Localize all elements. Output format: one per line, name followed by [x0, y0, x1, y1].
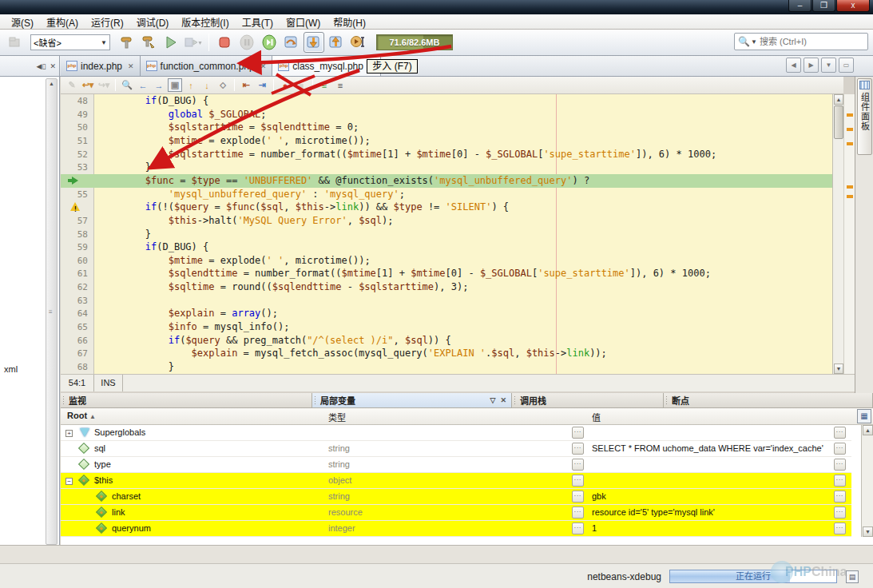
- menu-item-6[interactable]: 窗口(W): [280, 14, 327, 30]
- scroll-tabs-left-icon[interactable]: ◀: [786, 58, 801, 73]
- code-line-55[interactable]: 55 'mysql_unbuffered_query' : 'mysql_que…: [61, 188, 832, 201]
- search-input[interactable]: [760, 37, 873, 46]
- step-into-icon[interactable]: [304, 32, 324, 53]
- edit-value-button[interactable]: ...: [572, 522, 584, 534]
- scroll-down-icon[interactable]: ▼: [863, 526, 873, 537]
- code-line-49[interactable]: 49 global $_SGLOBAL;: [61, 108, 832, 121]
- panel-header-断点[interactable]: 断点: [664, 393, 873, 408]
- variable-row-sql[interactable]: sqlstring...SELECT * FROM uchome_data WH…: [61, 441, 851, 457]
- menu-item-1[interactable]: 重构(A): [40, 14, 85, 30]
- menu-item-7[interactable]: 帮助(H): [327, 14, 372, 30]
- edit-value-button[interactable]: ...: [572, 427, 584, 439]
- insert-mode-indicator[interactable]: INS: [94, 375, 123, 391]
- panel-header-局部变量[interactable]: 局部变量▽✕: [312, 393, 512, 408]
- run-project-icon[interactable]: [161, 32, 181, 53]
- column-type[interactable]: 类型: [328, 411, 346, 423]
- code-line-52[interactable]: 52 $sqlstarttime = number_format(($mtime…: [61, 148, 832, 161]
- shift-left-icon[interactable]: ⇤: [239, 78, 253, 92]
- step-out-icon[interactable]: [326, 32, 347, 53]
- comment-icon[interactable]: ≡: [317, 78, 331, 92]
- open-value-button[interactable]: ...: [834, 475, 846, 487]
- splitter-grip[interactable]: ≡: [49, 311, 53, 313]
- filter-icon[interactable]: ▽: [490, 396, 496, 404]
- next-occurrence-icon[interactable]: ↓: [200, 78, 214, 92]
- panel-header-调用栈[interactable]: 调用栈: [512, 393, 664, 408]
- pause-icon[interactable]: [236, 32, 257, 53]
- search-box[interactable]: 🔍▼: [734, 33, 868, 50]
- code-line-65[interactable]: 65 $info = mysql_info();: [61, 320, 832, 334]
- warning-mark[interactable]: [847, 113, 853, 117]
- menu-item-4[interactable]: 版本控制(I): [175, 14, 235, 30]
- menu-item-0[interactable]: 源(S): [5, 14, 40, 30]
- continue-icon[interactable]: [259, 32, 280, 53]
- code-line-63[interactable]: 63: [61, 294, 832, 308]
- clean-build-project-icon[interactable]: [138, 32, 159, 53]
- previous-occurrence-icon[interactable]: ↑: [184, 78, 198, 92]
- open-value-button[interactable]: ...: [834, 443, 846, 455]
- variable-row-this[interactable]: −$thisobject......: [61, 473, 851, 489]
- code-line-64[interactable]: 64 $explain = array();: [61, 307, 832, 320]
- forward-icon[interactable]: ↪▾: [97, 78, 111, 92]
- find-previous-icon[interactable]: ←: [136, 78, 150, 92]
- minimize-panel-icon[interactable]: ◀▯: [37, 62, 46, 70]
- warning-mark[interactable]: [847, 195, 853, 198]
- window-minimize-button[interactable]: –: [788, 0, 811, 12]
- toggle-highlight-icon[interactable]: ▣: [168, 78, 182, 92]
- code-editor[interactable]: 48 if(D_BUG) {49 global $_SGLOBAL;50 $sq…: [61, 94, 832, 374]
- code-line-61[interactable]: 61 $sqlendttime = number_format(($mtime[…: [61, 267, 832, 280]
- warning-mark[interactable]: [847, 185, 853, 189]
- code-line-50[interactable]: 50 $sqlstarttime = $sqlendttime = 0;: [61, 121, 832, 134]
- stop-macro-icon[interactable]: ■: [294, 78, 308, 92]
- last-edit-icon[interactable]: ✎: [65, 78, 79, 92]
- find-selection-icon[interactable]: 🔍: [120, 78, 134, 92]
- code-line-58[interactable]: 58 }: [61, 228, 832, 241]
- tab-list-icon[interactable]: ▼: [821, 58, 836, 73]
- variable-row-charset[interactable]: charsetstring...gbk...: [61, 489, 851, 505]
- finish-debugger-icon[interactable]: [214, 32, 235, 53]
- scroll-tabs-right-icon[interactable]: ▶: [804, 58, 819, 73]
- open-project-icon[interactable]: [4, 32, 25, 53]
- close-panel-icon[interactable]: ✕: [50, 62, 56, 70]
- scroll-up-icon[interactable]: ▲: [49, 81, 54, 86]
- toggle-bookmark-icon[interactable]: ⬦: [216, 78, 230, 92]
- editor-vertical-scrollbar[interactable]: ▲ ▼: [832, 94, 843, 374]
- edit-value-button[interactable]: ...: [572, 507, 584, 518]
- maximize-window-icon[interactable]: ▭: [839, 58, 854, 73]
- code-line-51[interactable]: 51 $mtime = explode(' ', microtime());: [61, 134, 832, 148]
- shift-right-icon[interactable]: ⇥: [255, 78, 269, 92]
- palette-tab[interactable]: 组件面板: [857, 78, 872, 155]
- close-tab-icon[interactable]: ✕: [128, 62, 134, 70]
- menu-item-3[interactable]: 调试(D): [130, 14, 176, 30]
- code-line-68[interactable]: 68 }: [61, 360, 832, 374]
- code-line-48[interactable]: 48 if(D_BUG) {: [61, 94, 832, 108]
- code-line-53[interactable]: 53 }: [61, 161, 832, 174]
- error-stripe[interactable]: [843, 94, 855, 374]
- code-line-57[interactable]: 57 $this->halt('MySQL Query Error', $sql…: [61, 214, 832, 228]
- navigator-scrollbar[interactable]: ▲ ≡: [46, 78, 58, 545]
- window-restore-button[interactable]: ❐: [812, 0, 835, 12]
- tab-function_common-php[interactable]: phpfunction_common.php✕: [141, 56, 273, 76]
- back-icon[interactable]: ↩▾: [81, 78, 95, 92]
- memory-indicator[interactable]: 71.6/82.6MB: [376, 34, 453, 50]
- config-select[interactable]: <缺省>▼: [30, 34, 110, 50]
- collapse-icon[interactable]: −: [65, 478, 73, 485]
- close-tab-icon[interactable]: ✕: [260, 62, 267, 70]
- open-value-button[interactable]: ...: [834, 459, 846, 471]
- scroll-down-icon[interactable]: ▼: [834, 364, 843, 374]
- tab-index-php[interactable]: phpindex.php✕: [61, 56, 141, 76]
- panel-header-监视[interactable]: 监视: [61, 393, 312, 408]
- column-value[interactable]: 值: [592, 411, 601, 423]
- find-next-icon[interactable]: →: [152, 78, 166, 92]
- variable-row-link[interactable]: linkresource...resource id='5' type='mys…: [61, 505, 851, 521]
- code-line-62[interactable]: 62 $sqltime = round(($sqlendttime - $sql…: [61, 280, 832, 294]
- variable-row-querynum[interactable]: querynuminteger...1...: [61, 521, 851, 537]
- menu-item-5[interactable]: 工具(T): [236, 14, 280, 30]
- run-to-cursor-icon[interactable]: [348, 32, 369, 53]
- menu-item-2[interactable]: 运行(R): [85, 14, 130, 30]
- build-project-icon[interactable]: [116, 32, 137, 53]
- scrollbar-thumb[interactable]: [834, 105, 843, 139]
- debug-project-icon[interactable]: ▼: [183, 32, 204, 53]
- step-over-icon[interactable]: [281, 32, 302, 53]
- open-value-button[interactable]: ...: [834, 522, 846, 534]
- code-line-56[interactable]: if(!($query = $func($sql, $this->link)) …: [61, 201, 832, 214]
